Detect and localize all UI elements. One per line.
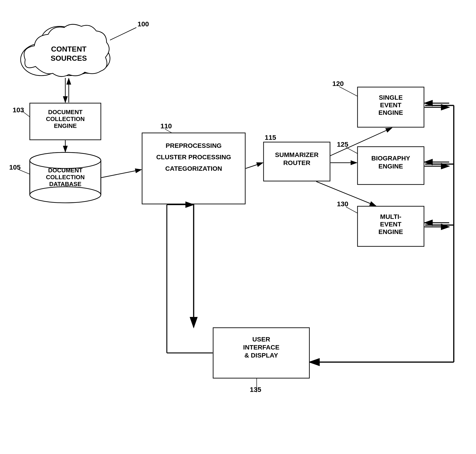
- single-event-line2: EVENT: [380, 102, 401, 109]
- ui-line2: INTERFACE: [243, 344, 280, 351]
- multi-event-line3: ENGINE: [378, 228, 403, 235]
- label-135: 135: [250, 386, 261, 393]
- svg-line-20: [246, 163, 263, 168]
- ui-line3: & DISPLAY: [244, 352, 278, 359]
- single-event-line3: ENGINE: [378, 109, 403, 116]
- doc-db-line3: DATABASE: [49, 181, 82, 188]
- label-115: 115: [265, 134, 276, 141]
- content-sources-line2: SOURCES: [51, 54, 87, 62]
- svg-point-15: [30, 152, 101, 168]
- summarizer-line1: SUMMARIZER: [275, 151, 318, 158]
- label-100: 100: [137, 20, 149, 28]
- multi-event-line2: EVENT: [380, 221, 401, 228]
- svg-line-6: [110, 28, 136, 40]
- preprocessing-line2: CLUSTER PROCESSING: [156, 153, 231, 161]
- content-sources-line1: CONTENT: [51, 45, 87, 53]
- label-103: 103: [13, 106, 24, 114]
- doc-engine-line3: ENGINE: [54, 122, 77, 129]
- doc-engine-line1: DOCUMENT: [48, 109, 83, 115]
- preprocessing-line1: PREPROCESSING: [166, 142, 222, 149]
- svg-line-19: [101, 170, 141, 178]
- preprocessing-line3: CATEGORIZATION: [165, 165, 222, 172]
- doc-database-bottom: [30, 187, 101, 203]
- svg-line-16: [19, 170, 30, 174]
- label-120: 120: [332, 80, 344, 87]
- summarizer-line2: ROUTER: [283, 159, 310, 166]
- svg-line-25: [346, 207, 357, 213]
- ui-line1: USER: [252, 336, 270, 343]
- biography-line2: ENGINE: [378, 163, 403, 170]
- svg-line-23: [346, 147, 357, 153]
- content-sources-cloud: CONTENT SOURCES: [21, 24, 110, 76]
- single-event-line1: SINGLE: [379, 94, 403, 101]
- multi-event-line1: MULTI-: [380, 213, 401, 220]
- diagram-svg: CONTENT SOURCES 100 DOCUMENT COLLECTION …: [0, 0, 476, 454]
- label-125: 125: [337, 141, 348, 148]
- doc-engine-line2: COLLECTION: [46, 115, 85, 122]
- svg-line-21: [339, 87, 357, 96]
- doc-db-line2: COLLECTION: [46, 174, 85, 181]
- doc-db-line1: DOCUMENT: [48, 167, 83, 174]
- biography-line1: BIOGRAPHY: [371, 155, 410, 162]
- label-130: 130: [337, 200, 348, 208]
- svg-line-7: [22, 111, 30, 117]
- diagram-container: CONTENT SOURCES 100 DOCUMENT COLLECTION …: [0, 0, 476, 454]
- label-110: 110: [160, 122, 172, 130]
